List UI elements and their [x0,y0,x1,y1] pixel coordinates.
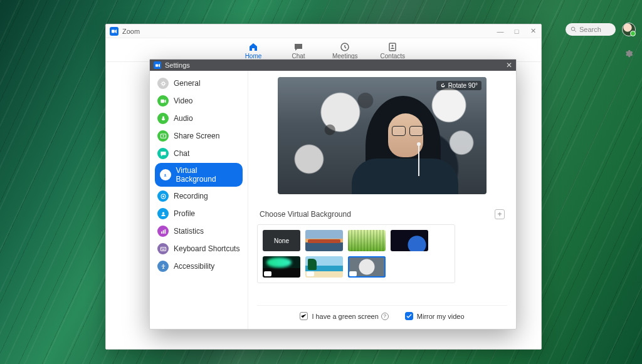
sidebar-item-keyboard-shortcuts[interactable]: Keyboard Shortcuts [150,240,248,257]
statistics-icon [157,226,169,237]
svg-rect-19 [161,248,162,249]
meetings-icon [340,42,350,52]
svg-point-11 [165,174,166,175]
bg-thumb-grass[interactable] [348,230,386,251]
bg-thumb-beach[interactable] [305,256,343,278]
choose-background-label: Choose Virtual Background [260,210,351,219]
svg-rect-17 [164,229,166,234]
settings-app-icon [154,61,161,69]
svg-rect-21 [164,248,164,249]
svg-rect-20 [162,248,163,249]
profile-avatar[interactable] [622,23,636,36]
sidebar-item-chat[interactable]: Chat [150,145,248,162]
svg-rect-15 [161,231,162,233]
camera-icon [307,271,314,276]
svg-point-7 [162,82,164,85]
audio-icon [157,113,169,124]
minimize-button[interactable]: — [496,27,505,36]
search-icon [571,26,577,33]
svg-line-5 [574,30,576,32]
contacts-icon [387,42,397,52]
window-title: Zoom [122,28,140,35]
general-icon [157,78,169,89]
sidebar-item-virtual-background[interactable]: Virtual Background [155,163,243,187]
search-input[interactable]: Search [566,23,616,36]
help-icon[interactable]: ? [381,313,389,320]
sidebar-item-audio[interactable]: Audio [150,110,248,127]
bg-thumb-blossom[interactable] [348,256,386,278]
tab-chat[interactable]: Chat [285,38,312,61]
search-placeholder: Search [579,26,601,33]
zoom-app-icon [110,27,118,36]
camera-icon [264,271,271,276]
svg-rect-18 [160,247,166,251]
video-icon [157,95,169,107]
home-icon [248,42,258,52]
settings-footer: I have a green screen ? Mirror my video [257,305,507,325]
settings-title: Settings [165,61,190,69]
bg-thumb-bridge[interactable] [305,230,343,251]
close-button[interactable]: ✕ [529,27,537,36]
sidebar-item-accessibility[interactable]: Accessibility [150,257,248,275]
accessibility-icon [157,261,169,272]
svg-point-4 [571,27,575,31]
green-screen-checkbox[interactable]: I have a green screen ? [300,312,388,320]
rotate-button[interactable]: Rotate 90° [436,81,482,90]
sidebar-item-statistics[interactable]: Statistics [150,222,248,240]
svg-rect-22 [162,249,164,250]
settings-sidebar: GeneralVideoAudioShare ScreenChatVirtual… [150,71,248,329]
tab-home[interactable]: Home [239,38,267,61]
settings-gear-button[interactable] [624,49,633,61]
settings-window: Settings ✕ GeneralVideoAudioShare Screen… [149,59,517,330]
bg-thumb-earth[interactable] [391,230,428,251]
background-thumbnails: None [257,224,455,283]
rotate-icon [440,83,446,88]
virtual-background-icon [160,169,171,180]
svg-rect-16 [162,230,164,234]
svg-rect-0 [112,29,115,33]
settings-content: Rotate 90° Choose Virtual Background + N… [248,71,516,329]
bg-thumb-aurora[interactable] [263,256,300,278]
sidebar-item-video[interactable]: Video [150,92,248,110]
svg-point-13 [162,195,164,197]
sidebar-item-general[interactable]: General [150,75,248,92]
svg-point-23 [162,264,164,265]
sidebar-item-profile[interactable]: Profile [150,205,248,222]
bg-thumb-none[interactable]: None [263,230,300,251]
sidebar-item-share-screen[interactable]: Share Screen [150,127,248,145]
profile-icon [157,208,169,219]
titlebar: Zoom — □ ✕ [106,24,541,38]
svg-rect-8 [160,99,164,103]
add-background-button[interactable]: + [495,209,505,219]
chat-icon [157,148,169,159]
settings-close-button[interactable]: ✕ [506,61,512,69]
maximize-button[interactable]: □ [512,27,521,36]
video-preview: Rotate 90° [278,77,487,194]
svg-rect-6 [155,64,158,66]
keyboard-shortcuts-icon [157,243,169,254]
tab-meetings[interactable]: Meetings [330,38,360,61]
share-screen-icon [157,130,169,142]
tab-contacts[interactable]: Contacts [378,38,408,61]
svg-rect-2 [389,43,396,51]
sidebar-item-recording[interactable]: Recording [150,187,248,205]
chat-icon [293,42,303,52]
svg-point-14 [162,212,164,214]
recording-icon [157,190,169,202]
camera-icon [349,271,357,276]
svg-point-3 [392,44,394,46]
settings-titlebar: Settings ✕ [150,60,516,71]
mirror-video-checkbox[interactable]: Mirror my video [405,312,465,320]
